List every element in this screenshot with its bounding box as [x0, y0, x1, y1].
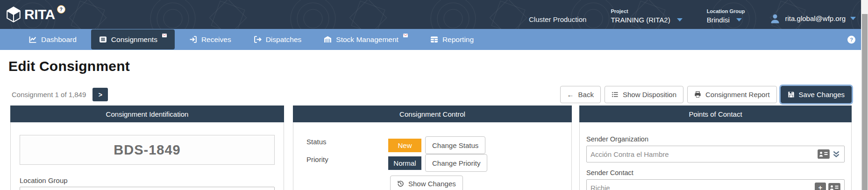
tab-receives[interactable]: Receives — [181, 29, 239, 49]
consignment-number: BDS-1849 — [20, 135, 275, 165]
tab-reporting[interactable]: Reporting — [422, 29, 482, 49]
page-title: Edit Consignment — [8, 58, 130, 74]
history-icon — [397, 180, 404, 187]
help-icon[interactable]: ? — [847, 35, 855, 43]
priority-label: Priority — [306, 154, 388, 163]
sender-organization-label: Sender Organization — [586, 135, 845, 143]
printer-icon — [694, 91, 701, 98]
panel-title: Points of Contact — [579, 106, 852, 122]
main-nav: Dashboard Consignments Receives — [0, 29, 868, 50]
contact-card-icon[interactable] — [828, 183, 840, 190]
brand-name: RITA — [24, 7, 55, 22]
add-contact-button[interactable]: + — [815, 183, 826, 190]
back-arrow-icon: ← — [567, 91, 574, 99]
scrollbar-thumb[interactable] — [862, 14, 868, 190]
user-email: rita.global@wfp.org — [785, 14, 846, 22]
top-bar: RITA ? Cluster Production Project TRAINI… — [0, 0, 868, 29]
project-value: TRAINING (RITA2) — [611, 16, 670, 24]
tab-stock-management[interactable]: Stock Management — [316, 29, 416, 49]
status-label: Status — [306, 136, 388, 146]
consignment-pager: Consignment 1 of 1,849 > — [12, 88, 108, 101]
pager-text: Consignment 1 of 1,849 — [12, 91, 86, 99]
sender-contact-label: Sender Contact — [586, 169, 845, 176]
back-button[interactable]: ← Back — [560, 86, 601, 103]
show-disposition-button[interactable]: Show Disposition — [605, 86, 683, 103]
tab-dashboard[interactable]: Dashboard — [21, 29, 85, 49]
table-icon — [430, 35, 438, 43]
list-icon — [612, 91, 619, 98]
location-group-value: Brindisi — [707, 16, 730, 24]
environment-label: Cluster Production — [529, 15, 586, 23]
show-changes-button[interactable]: Show Changes — [390, 176, 463, 190]
caret-down-icon — [736, 18, 742, 21]
panel-title: Consignment Control — [293, 106, 572, 122]
brand[interactable]: RITA ? — [5, 5, 65, 24]
change-priority-button[interactable]: Change Priority — [425, 154, 487, 172]
rita-logo-cube-icon — [5, 5, 22, 24]
location-group-label: Location Group — [707, 8, 745, 14]
location-group-input[interactable]: Brindisi — [20, 187, 275, 190]
sign-in-icon — [189, 35, 197, 43]
action-toolbar: ← Back Show Disposition — [560, 86, 852, 103]
status-badge: New — [388, 139, 421, 152]
contact-card-icon[interactable] — [818, 149, 830, 159]
panel-title: Consignment Identification — [10, 106, 284, 122]
app-window: RITA ? Cluster Production Project TRAINI… — [0, 0, 868, 190]
change-status-button[interactable]: Change Status — [425, 136, 485, 154]
topbar-right: Cluster Production Project TRAINING (RIT… — [529, 5, 868, 24]
priority-badge: Normal — [388, 156, 421, 170]
sender-organization-input[interactable]: Acción Contra el Hambre — [586, 146, 845, 162]
vertical-scrollbar[interactable] — [861, 0, 868, 190]
sender-contact-input[interactable]: Richie + — [586, 179, 845, 190]
content: Edit Consignment Consignment 1 of 1,849 … — [0, 50, 868, 190]
brand-help-icon[interactable]: ? — [57, 5, 65, 14]
save-icon — [788, 91, 795, 98]
unread-envelope-badge-icon — [162, 34, 167, 37]
caret-down-icon — [677, 18, 683, 21]
chevron-double-down-icon[interactable] — [832, 150, 840, 158]
location-group-field-label: Location Group — [20, 176, 275, 184]
consignment-report-button[interactable]: Consignment Report — [687, 86, 777, 103]
caret-down-icon — [850, 17, 856, 20]
list-alt-icon — [99, 35, 107, 43]
chart-line-icon — [29, 35, 37, 43]
tab-dispatches[interactable]: Dispatches — [246, 29, 310, 49]
warehouse-icon — [324, 35, 332, 43]
tab-consignments[interactable]: Consignments — [91, 29, 175, 49]
location-group-selector[interactable]: Location Group Brindisi — [707, 8, 745, 24]
unread-envelope-badge-icon — [403, 34, 408, 37]
project-label: Project — [611, 8, 628, 14]
panel-consignment-identification: Consignment Identification BDS-1849 Loca… — [10, 106, 284, 190]
save-changes-button[interactable]: Save Changes — [781, 86, 852, 103]
project-selector[interactable]: Project TRAINING (RITA2) — [611, 8, 682, 24]
user-icon — [769, 13, 781, 24]
user-menu[interactable]: rita.global@wfp.org — [769, 13, 856, 24]
next-consignment-button[interactable]: > — [92, 88, 108, 101]
panel-consignment-control: Consignment Control Status New Change St… — [293, 106, 572, 190]
panel-points-of-contact: Points of Contact Sender Organization Ac… — [579, 106, 852, 190]
sign-out-icon — [254, 35, 262, 43]
